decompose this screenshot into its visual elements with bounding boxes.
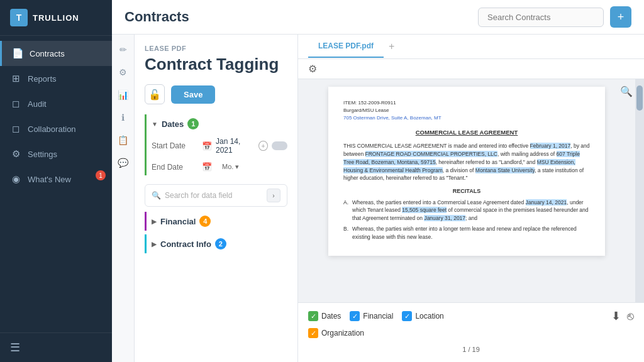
sidebar-item-label: Reports [28,74,57,84]
contract-info-label: Contract Info [160,239,211,249]
contracts-icon: 📄 [12,48,23,59]
action-row: 🔓 Save [145,84,287,104]
sidebar-item-contracts[interactable]: 📄 Contracts [0,41,112,66]
organization-filter-label: Organization [321,329,364,337]
add-date-button[interactable]: + [258,141,268,151]
chevron-right-icon: ▶ [152,241,157,248]
icon-rail: ✏ ⚙ 📊 ℹ 📋 💬 [112,35,135,362]
gear-button[interactable]: ⚙ [308,63,317,75]
contract-label: LEASE PDF [145,45,287,52]
pdf-tab-add[interactable]: + [384,35,399,58]
end-date-field: End Date 📅 Mo. ▾ [152,158,287,175]
whats-new-badge: 1 [96,170,106,180]
date-toggle[interactable] [272,141,287,150]
financial-badge: 4 [199,216,211,227]
sidebar-hamburger[interactable]: ☰ [0,332,112,362]
filter-organization[interactable]: ✓ Organization [308,328,364,338]
financial-section-header[interactable]: ▶ Financial 4 [152,212,287,231]
dates-checkbox[interactable]: ✓ [308,311,318,321]
sidebar-item-label: Settings [28,150,57,159]
pdf-item-number: ITEM: 152-2009-R0911 Burgard/MSU Lease 7… [343,99,590,122]
whats-new-icon: ◉ [10,173,21,185]
logo-icon: T [10,9,28,26]
document-icon[interactable]: 📋 [118,135,128,145]
search-data-field[interactable]: 🔍 Search for data field › [145,184,287,207]
end-date-label: End Date [152,163,202,172]
sidebar-item-label: Contracts [30,49,65,58]
organization-checkbox[interactable]: ✓ [308,328,318,338]
recital-a: A. Whereas, the parties entered into a C… [343,199,590,222]
search-input[interactable] [478,8,604,27]
search-arrow-button[interactable]: › [267,189,280,202]
pdf-doc-title: COMMERCIAL LEASE AGREEMENT [343,128,590,137]
sidebar-item-label: Audit [28,99,47,109]
dates-section: ▼ Dates 1 Start Date 📅 Jan 14, 2021 + En… [145,114,287,175]
highlight-date-b: January 31, 2017 [424,215,465,221]
calendar-icon: 📅 [202,141,212,151]
collaboration-icon: ◻ [10,123,21,134]
highlight-university: Montana State University [475,167,535,173]
sidebar-item-audit[interactable]: ◻ Audit [0,91,112,116]
audit-icon: ◻ [10,98,21,109]
sidebar-item-settings[interactable]: ⚙ Settings [0,141,112,167]
pdf-bottom-bar: ✓ Dates ✓ Financial ✓ Location [298,302,644,362]
start-date-label: Start Date [152,141,202,150]
reports-icon: ⊞ [10,73,21,84]
edit-icon[interactable]: ✏ [119,45,127,55]
sidebar-item-reports[interactable]: ⊞ Reports [0,66,112,91]
pdf-page: ITEM: 152-2009-R0911 Burgard/MSU Lease 7… [328,87,605,256]
highlight-sqft: 15,505 square feet [402,207,447,213]
location-checkbox[interactable]: ✓ [402,311,412,321]
top-bar: Contracts + [112,0,644,35]
month-selector[interactable]: Mo. ▾ [222,163,239,171]
dates-section-header[interactable]: ▼ Dates 1 [152,114,287,133]
download-button[interactable]: ⬇ [611,309,621,323]
add-button[interactable]: + [610,6,631,28]
contract-info-section: ▶ Contract Info 2 [145,234,287,253]
chevron-down-icon: ▼ [152,121,158,128]
sidebar-item-label: What's New [28,175,71,184]
highlight-date: February 1, 2017 [530,143,571,149]
sidebar-item-whats-new[interactable]: ◉ What's New 1 [0,167,112,192]
pdf-viewer-panel: LEASE PDF.pdf + ⚙ ITEM: 152-2009-R0911 B… [298,35,644,362]
app-name: TRULLION [33,13,79,23]
lock-icon: 🔓 [148,89,161,101]
pdf-toolbar: ⚙ [298,59,644,79]
financial-label: Financial [160,217,196,226]
search-icon: 🔍 [152,191,161,200]
content-area: ✏ ⚙ 📊 ℹ 📋 💬 LEASE PDF Contract Tagging 🔓… [112,35,644,362]
contract-info-section-header[interactable]: ▶ Contract Info 2 [152,234,287,253]
financial-section: ▶ Financial 4 [145,212,287,231]
sidebar-item-collaboration[interactable]: ◻ Collaboration [0,116,112,141]
pdf-search-button[interactable]: 🔍 [620,85,633,97]
lock-button[interactable]: 🔓 [145,84,165,104]
pdf-scrollbar[interactable] [635,79,644,302]
external-link-button[interactable]: ⎋ [627,310,634,323]
chat-icon[interactable]: 💬 [118,158,128,168]
filter-financial[interactable]: ✓ Financial [350,311,393,321]
financial-checkbox[interactable]: ✓ [350,311,360,321]
sidebar-item-label: Collaboration [28,124,76,134]
chart-icon[interactable]: 📊 [118,90,128,100]
filter-dates[interactable]: ✓ Dates [308,311,341,321]
start-date-field: Start Date 📅 Jan 14, 2021 + [152,133,287,158]
highlight-company: FRONTAGE ROAD COMMERCIAL PROPERTIES, LLC [365,151,498,157]
pdf-tabs: LEASE PDF.pdf + [298,35,644,59]
start-date-value: Jan 14, 2021 [216,137,255,155]
calendar-icon: 📅 [202,162,212,172]
pdf-filter-row: ✓ Dates ✓ Financial ✓ Location [308,311,444,321]
financial-filter-label: Financial [363,312,393,321]
page-title: Contracts [125,9,189,25]
settings-icon[interactable]: ⚙ [119,67,127,77]
scroll-thumb [636,85,643,111]
recital-b: B. Whereas, the parties wish enter into … [343,225,590,241]
pdf-content: ITEM: 152-2009-R0911 Burgard/MSU Lease 7… [298,79,635,302]
pdf-page-counter: 1 / 19 [308,343,634,356]
save-button[interactable]: Save [171,85,215,104]
dates-label: Dates [162,119,184,129]
main-content: Contracts + ✏ ⚙ 📊 ℹ 📋 💬 LEASE PDF Contra… [112,0,644,362]
filter-location[interactable]: ✓ Location [402,311,443,321]
pdf-tab-lease[interactable]: LEASE PDF.pdf [308,35,384,58]
dates-badge: 1 [187,118,199,129]
info-icon[interactable]: ℹ [121,112,125,123]
